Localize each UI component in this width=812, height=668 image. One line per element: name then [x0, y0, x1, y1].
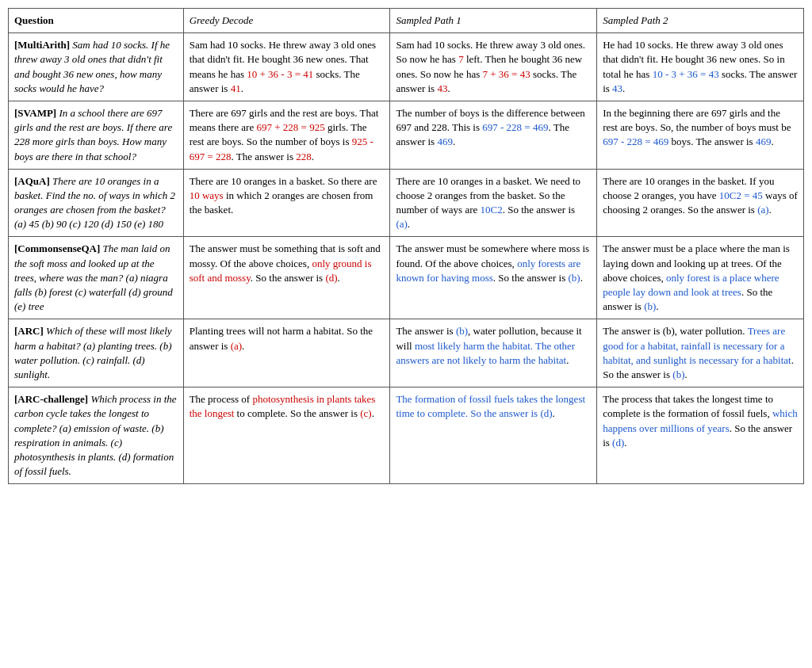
- col-question: Question: [9, 9, 184, 33]
- sampled1-cell: The formation of fossil fuels takes the …: [390, 387, 597, 484]
- question-cell: [ARC] Which of these will most likely ha…: [9, 319, 184, 387]
- table-row: [CommonsenseQA] The man laid on the soft…: [9, 237, 804, 319]
- question-cell: [CommonsenseQA] The man laid on the soft…: [9, 237, 184, 319]
- question-cell: [MultiArith] Sam had 10 socks. If he thr…: [9, 33, 184, 101]
- header-row: Question Greedy Decode Sampled Path 1 Sa…: [9, 9, 804, 33]
- sampled2-cell: The answer must be a place where the man…: [597, 237, 804, 319]
- sampled1-cell: There are 10 oranges in a basket. We nee…: [390, 169, 597, 237]
- sampled2-cell: There are 10 oranges in the basket. If y…: [597, 169, 804, 237]
- table-row: [SVAMP] In a school there are 697 girls …: [9, 101, 804, 169]
- col-sampled1: Sampled Path 1: [390, 9, 597, 33]
- greedy-cell: Planting trees will not harm a habitat. …: [183, 319, 390, 387]
- sampled1-cell: The answer is (b), water pollution, beca…: [390, 319, 597, 387]
- question-cell: [ARC-challenge] Which process in the car…: [9, 387, 184, 484]
- question-cell: [AQuA] There are 10 oranges in a basket.…: [9, 169, 184, 237]
- sampled2-cell: He had 10 socks. He threw away 3 old one…: [597, 33, 804, 101]
- sampled1-cell: The number of boys is the difference bet…: [390, 101, 597, 169]
- main-table: Question Greedy Decode Sampled Path 1 Sa…: [8, 8, 804, 484]
- sampled1-cell: Sam had 10 socks. He threw away 3 old on…: [390, 33, 597, 101]
- col-greedy: Greedy Decode: [183, 9, 390, 33]
- col-sampled2: Sampled Path 2: [597, 9, 804, 33]
- greedy-cell: Sam had 10 socks. He threw away 3 old on…: [183, 33, 390, 101]
- table-row: [ARC] Which of these will most likely ha…: [9, 319, 804, 387]
- table-row: [AQuA] There are 10 oranges in a basket.…: [9, 169, 804, 237]
- greedy-cell: There are 697 girls and the rest are boy…: [183, 101, 390, 169]
- sampled2-cell: In the beginning there are 697 girls and…: [597, 101, 804, 169]
- greedy-cell: The process of photosynthesis in plants …: [183, 387, 390, 484]
- sampled2-cell: The process that takes the longest time …: [597, 387, 804, 484]
- sampled1-cell: The answer must be somewhere where moss …: [390, 237, 597, 319]
- table-row: [MultiArith] Sam had 10 socks. If he thr…: [9, 33, 804, 101]
- question-cell: [SVAMP] In a school there are 697 girls …: [9, 101, 184, 169]
- table-row: [ARC-challenge] Which process in the car…: [9, 387, 804, 484]
- greedy-cell: There are 10 oranges in a basket. So the…: [183, 169, 390, 237]
- greedy-cell: The answer must be something that is sof…: [183, 237, 390, 319]
- sampled2-cell: The answer is (b), water pollution. Tree…: [597, 319, 804, 387]
